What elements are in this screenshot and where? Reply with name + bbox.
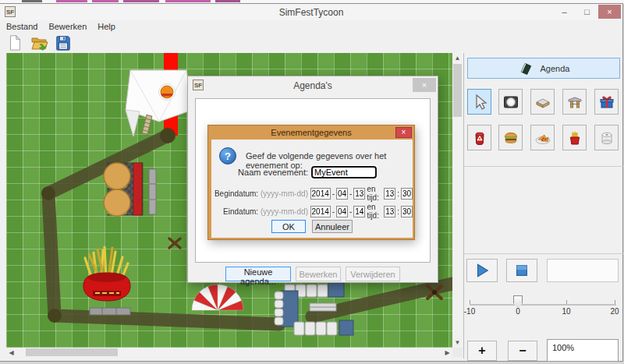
start-month-input[interactable] <box>336 188 348 200</box>
horizontal-scrollbar-thumb[interactable] <box>26 348 118 356</box>
slider-label: 10 <box>551 307 582 316</box>
date-format-hint: (yyyy-mm-dd) <box>261 189 308 198</box>
play-button[interactable] <box>466 259 498 282</box>
tool-gift-button[interactable] <box>594 89 619 115</box>
fries-icon <box>566 129 584 147</box>
zoom-out-button[interactable]: − <box>508 341 537 361</box>
end-month-input[interactable] <box>336 206 348 217</box>
slider-tick <box>566 300 567 304</box>
menu-bewerken[interactable]: Bewerken <box>48 22 87 31</box>
scroll-left-icon[interactable]: ◀ <box>6 348 16 357</box>
event-button-row: OK Annuleer <box>211 220 413 233</box>
menu-bestand[interactable]: Bestand <box>6 22 37 31</box>
pizza-icon <box>534 129 552 147</box>
dash-separator: - <box>349 207 352 216</box>
window-controls: – □ × <box>553 5 621 19</box>
stop-button[interactable] <box>506 259 537 282</box>
tool-trash-button[interactable] <box>467 125 491 150</box>
sidebar-divider <box>464 253 623 254</box>
event-name-input[interactable] <box>311 166 377 178</box>
gate-icon <box>566 93 584 111</box>
scroll-right-icon[interactable]: ▶ <box>442 348 452 357</box>
tool-stage-button[interactable] <box>530 89 555 115</box>
minimize-button[interactable]: – <box>553 5 576 19</box>
horizontal-scrollbar[interactable]: ◀ ▶ <box>6 348 452 357</box>
end-minute-input[interactable] <box>401 206 413 217</box>
maximize-button[interactable]: □ <box>576 5 598 19</box>
cancel-button[interactable]: Annuleer <box>312 220 353 233</box>
stage-platform-icon <box>534 93 552 111</box>
agendas-close-button[interactable]: × <box>413 78 436 92</box>
transport-status-box <box>547 259 619 282</box>
tool-burger-button[interactable] <box>498 125 523 150</box>
delete-agenda-button: Verwijderen <box>346 267 400 281</box>
dash-separator: - <box>332 207 335 216</box>
save-file-button[interactable] <box>54 34 73 52</box>
zoom-level-field[interactable]: 100% <box>547 339 619 362</box>
slider-label: 0 <box>502 307 534 316</box>
agenda-button-label: Agenda <box>541 64 570 73</box>
tool-pizza-button[interactable] <box>530 125 555 150</box>
ok-button[interactable]: OK <box>271 220 306 233</box>
event-dialog-title: Evenementgegevens <box>208 128 414 137</box>
dash-separator: - <box>349 189 352 198</box>
vertical-scrollbar[interactable]: ▲ ▼ <box>452 53 463 348</box>
end-hour-input[interactable] <box>384 206 395 217</box>
new-agenda-button[interactable]: Nieuwe agenda... <box>225 267 291 281</box>
window-title: SimFestTycoon <box>0 7 622 18</box>
close-button[interactable]: × <box>598 5 621 19</box>
tool-toilet-paper-button[interactable] <box>594 125 619 150</box>
start-day-input[interactable] <box>353 188 365 200</box>
zoom-in-button[interactable]: + <box>467 341 497 361</box>
tent <box>126 70 193 136</box>
time-label: en tijd: <box>367 203 382 220</box>
tool-select-button[interactable] <box>467 89 491 115</box>
vertical-scrollbar-thumb[interactable] <box>453 64 462 117</box>
end-date-row: Eindatum: (yyyy-mm-dd) - - en tijd: : <box>211 203 413 220</box>
agenda-button-row: Nieuwe agenda... Bewerken Verwijderen <box>188 267 438 281</box>
event-dialog-body: ? Geef de volgende gegevens over het eve… <box>211 140 413 238</box>
burger-stand <box>104 163 156 216</box>
play-icon <box>473 262 491 279</box>
open-folder-icon <box>30 34 48 52</box>
speed-slider-track[interactable] <box>470 304 616 306</box>
agenda-button[interactable]: Agenda <box>467 58 620 79</box>
edit-agenda-button: Bewerken <box>296 267 341 281</box>
agenda-book-icon <box>518 61 534 76</box>
new-file-icon <box>6 34 23 51</box>
title-bar: SF SimFestTycoon – □ × <box>0 4 622 20</box>
start-date-row: Begindatum: (yyyy-mm-dd) - - en tijd: : <box>211 185 413 202</box>
cursor-icon <box>470 93 489 111</box>
open-file-button[interactable] <box>30 34 48 52</box>
menu-help[interactable]: Help <box>98 22 115 31</box>
slider-tick <box>615 300 615 304</box>
time-label: en tijd: <box>367 185 382 202</box>
help-icon: ? <box>219 147 236 164</box>
colon-separator: : <box>397 189 399 198</box>
scroll-up-icon[interactable]: ▲ <box>452 53 463 63</box>
striped-canopy <box>192 284 243 310</box>
name-row: Naam evenement: <box>211 166 413 178</box>
tool-gate-button[interactable] <box>562 89 587 115</box>
slider-label: -10 <box>454 307 485 316</box>
start-hour-input[interactable] <box>384 188 395 200</box>
tool-spotlight-button[interactable] <box>498 89 523 115</box>
end-year-input[interactable] <box>310 206 331 217</box>
start-minute-input[interactable] <box>401 188 413 200</box>
event-close-button[interactable]: × <box>395 127 412 138</box>
new-file-button[interactable] <box>5 34 24 52</box>
stop-icon <box>513 262 530 279</box>
trash-bin-icon <box>470 129 489 147</box>
agendas-dialog-title: Agenda's <box>188 80 438 91</box>
dash-separator: - <box>332 189 335 198</box>
date-format-hint: (yyyy-mm-dd) <box>261 207 308 216</box>
fries-stand <box>83 247 130 315</box>
end-label: Eindatum: <box>223 207 258 216</box>
start-year-input[interactable] <box>310 188 331 200</box>
spotlight-icon <box>502 93 520 111</box>
event-dialog: Evenementgegevens × ? Geef de volgende g… <box>207 125 415 240</box>
tool-fries-button[interactable] <box>562 125 587 150</box>
end-day-input[interactable] <box>353 206 365 217</box>
main-window: SF SimFestTycoon – □ × Bestand Bewerken … <box>0 4 622 361</box>
scroll-down-icon[interactable]: ▼ <box>452 337 463 348</box>
